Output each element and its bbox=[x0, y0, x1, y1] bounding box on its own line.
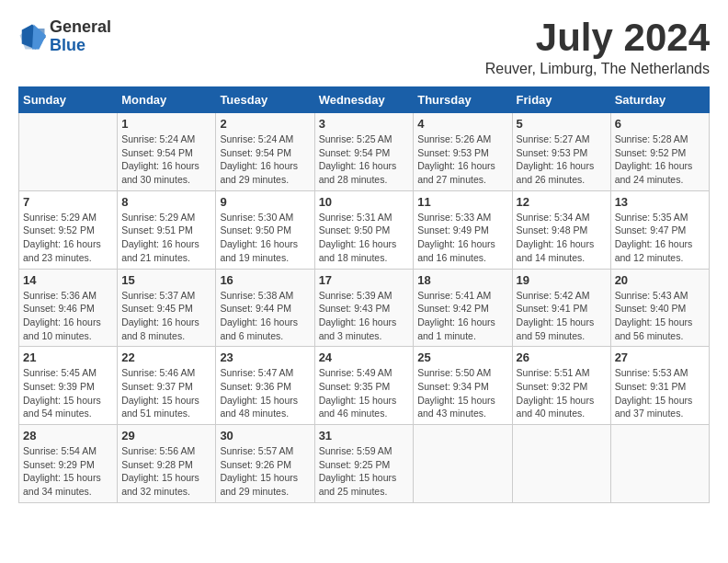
cell-text: Sunrise: 5:57 AM Sunset: 9:26 PM Dayligh… bbox=[220, 444, 310, 499]
day-number: 13 bbox=[615, 195, 705, 209]
cell-text: Sunrise: 5:51 AM Sunset: 9:32 PM Dayligh… bbox=[517, 366, 607, 420]
day-number: 21 bbox=[23, 350, 113, 364]
cell-text: Sunrise: 5:37 AM Sunset: 9:45 PM Dayligh… bbox=[121, 289, 211, 343]
cell-text: Sunrise: 5:46 AM Sunset: 9:37 PM Dayligh… bbox=[121, 366, 211, 420]
calendar-table: SundayMondayTuesdayWednesdayThursdayFrid… bbox=[18, 86, 710, 503]
day-number: 11 bbox=[417, 195, 507, 209]
column-header-friday: Friday bbox=[512, 87, 610, 113]
day-number: 3 bbox=[319, 117, 410, 131]
calendar-cell: 17Sunrise: 5:39 AM Sunset: 9:43 PM Dayli… bbox=[314, 269, 414, 347]
calendar-cell: 2Sunrise: 5:24 AM Sunset: 9:54 PM Daylig… bbox=[216, 113, 314, 191]
cell-text: Sunrise: 5:26 AM Sunset: 9:53 PM Dayligh… bbox=[417, 132, 507, 187]
calendar-cell: 24Sunrise: 5:49 AM Sunset: 9:35 PM Dayli… bbox=[314, 347, 414, 425]
column-header-thursday: Thursday bbox=[414, 87, 512, 113]
calendar-week-1: 1Sunrise: 5:24 AM Sunset: 9:54 PM Daylig… bbox=[19, 113, 710, 191]
day-number: 23 bbox=[220, 350, 310, 364]
calendar-cell: 23Sunrise: 5:47 AM Sunset: 9:36 PM Dayli… bbox=[216, 347, 314, 425]
calendar-cell: 28Sunrise: 5:54 AM Sunset: 9:29 PM Dayli… bbox=[19, 425, 118, 503]
day-number: 8 bbox=[121, 195, 211, 209]
cell-text: Sunrise: 5:38 AM Sunset: 9:44 PM Dayligh… bbox=[220, 289, 310, 343]
cell-text: Sunrise: 5:41 AM Sunset: 9:42 PM Dayligh… bbox=[417, 289, 507, 343]
column-header-wednesday: Wednesday bbox=[314, 87, 414, 113]
day-number: 2 bbox=[220, 117, 310, 131]
cell-text: Sunrise: 5:33 AM Sunset: 9:49 PM Dayligh… bbox=[417, 211, 507, 265]
cell-text: Sunrise: 5:35 AM Sunset: 9:47 PM Dayligh… bbox=[615, 211, 705, 265]
calendar-cell: 14Sunrise: 5:36 AM Sunset: 9:46 PM Dayli… bbox=[19, 269, 118, 347]
calendar-cell: 27Sunrise: 5:53 AM Sunset: 9:31 PM Dayli… bbox=[610, 347, 709, 425]
cell-text: Sunrise: 5:31 AM Sunset: 9:50 PM Dayligh… bbox=[319, 211, 410, 265]
cell-text: Sunrise: 5:25 AM Sunset: 9:54 PM Dayligh… bbox=[319, 132, 410, 187]
location-title: Reuver, Limburg, The Netherlands bbox=[485, 61, 710, 77]
day-number: 22 bbox=[121, 350, 211, 364]
day-number: 6 bbox=[615, 117, 705, 131]
calendar-cell bbox=[19, 113, 118, 191]
calendar-cell: 12Sunrise: 5:34 AM Sunset: 9:48 PM Dayli… bbox=[512, 190, 610, 269]
day-number: 29 bbox=[121, 429, 211, 442]
column-header-sunday: Sunday bbox=[19, 87, 118, 113]
calendar-cell: 5Sunrise: 5:27 AM Sunset: 9:53 PM Daylig… bbox=[512, 113, 610, 191]
day-number: 20 bbox=[615, 273, 705, 287]
calendar-cell: 19Sunrise: 5:42 AM Sunset: 9:41 PM Dayli… bbox=[512, 269, 610, 347]
calendar-cell: 1Sunrise: 5:24 AM Sunset: 9:54 PM Daylig… bbox=[118, 113, 216, 191]
logo-blue-text: Blue bbox=[50, 37, 111, 55]
day-number: 9 bbox=[220, 195, 310, 209]
cell-text: Sunrise: 5:59 AM Sunset: 9:25 PM Dayligh… bbox=[319, 444, 410, 499]
cell-text: Sunrise: 5:36 AM Sunset: 9:46 PM Dayligh… bbox=[23, 289, 113, 343]
calendar-cell: 21Sunrise: 5:45 AM Sunset: 9:39 PM Dayli… bbox=[19, 347, 118, 425]
day-number: 12 bbox=[517, 195, 607, 209]
logo-text: General Blue bbox=[50, 18, 111, 55]
day-number: 1 bbox=[121, 117, 211, 131]
calendar-week-2: 7Sunrise: 5:29 AM Sunset: 9:52 PM Daylig… bbox=[19, 190, 710, 269]
calendar-cell: 29Sunrise: 5:56 AM Sunset: 9:28 PM Dayli… bbox=[118, 425, 216, 503]
month-title: July 2024 bbox=[485, 18, 710, 57]
column-header-monday: Monday bbox=[118, 87, 216, 113]
calendar-header-row: SundayMondayTuesdayWednesdayThursdayFrid… bbox=[19, 87, 710, 113]
day-number: 17 bbox=[319, 273, 410, 287]
day-number: 28 bbox=[23, 429, 113, 442]
day-number: 26 bbox=[517, 350, 607, 364]
day-number: 25 bbox=[417, 350, 507, 364]
day-number: 10 bbox=[319, 195, 410, 209]
day-number: 19 bbox=[517, 273, 607, 287]
cell-text: Sunrise: 5:29 AM Sunset: 9:51 PM Dayligh… bbox=[121, 211, 211, 265]
cell-text: Sunrise: 5:47 AM Sunset: 9:36 PM Dayligh… bbox=[220, 366, 310, 420]
day-number: 30 bbox=[220, 429, 310, 442]
calendar-cell bbox=[512, 425, 610, 503]
cell-text: Sunrise: 5:54 AM Sunset: 9:29 PM Dayligh… bbox=[23, 444, 113, 499]
cell-text: Sunrise: 5:39 AM Sunset: 9:43 PM Dayligh… bbox=[319, 289, 410, 343]
day-number: 4 bbox=[417, 117, 507, 131]
day-number: 27 bbox=[615, 350, 705, 364]
day-number: 24 bbox=[319, 350, 410, 364]
calendar-cell: 11Sunrise: 5:33 AM Sunset: 9:49 PM Dayli… bbox=[414, 190, 512, 269]
day-number: 7 bbox=[23, 195, 113, 209]
calendar-week-4: 21Sunrise: 5:45 AM Sunset: 9:39 PM Dayli… bbox=[19, 347, 710, 425]
cell-text: Sunrise: 5:49 AM Sunset: 9:35 PM Dayligh… bbox=[319, 366, 410, 420]
cell-text: Sunrise: 5:27 AM Sunset: 9:53 PM Dayligh… bbox=[517, 132, 607, 187]
calendar-cell: 13Sunrise: 5:35 AM Sunset: 9:47 PM Dayli… bbox=[610, 190, 709, 269]
cell-text: Sunrise: 5:53 AM Sunset: 9:31 PM Dayligh… bbox=[615, 366, 705, 420]
logo: General Blue bbox=[18, 18, 111, 55]
column-header-tuesday: Tuesday bbox=[216, 87, 314, 113]
cell-text: Sunrise: 5:43 AM Sunset: 9:40 PM Dayligh… bbox=[615, 289, 705, 343]
calendar-cell: 26Sunrise: 5:51 AM Sunset: 9:32 PM Dayli… bbox=[512, 347, 610, 425]
calendar-cell: 7Sunrise: 5:29 AM Sunset: 9:52 PM Daylig… bbox=[19, 190, 118, 269]
cell-text: Sunrise: 5:24 AM Sunset: 9:54 PM Dayligh… bbox=[121, 132, 211, 187]
calendar-cell: 16Sunrise: 5:38 AM Sunset: 9:44 PM Dayli… bbox=[216, 269, 314, 347]
day-number: 5 bbox=[517, 117, 607, 131]
title-section: July 2024 Reuver, Limburg, The Netherlan… bbox=[485, 18, 710, 77]
svg-marker-4 bbox=[32, 24, 46, 49]
calendar-week-3: 14Sunrise: 5:36 AM Sunset: 9:46 PM Dayli… bbox=[19, 269, 710, 347]
cell-text: Sunrise: 5:45 AM Sunset: 9:39 PM Dayligh… bbox=[23, 366, 113, 420]
day-number: 31 bbox=[319, 429, 410, 442]
column-header-saturday: Saturday bbox=[610, 87, 709, 113]
cell-text: Sunrise: 5:24 AM Sunset: 9:54 PM Dayligh… bbox=[220, 132, 310, 187]
calendar-cell: 9Sunrise: 5:30 AM Sunset: 9:50 PM Daylig… bbox=[216, 190, 314, 269]
calendar-cell: 20Sunrise: 5:43 AM Sunset: 9:40 PM Dayli… bbox=[610, 269, 709, 347]
calendar-cell: 18Sunrise: 5:41 AM Sunset: 9:42 PM Dayli… bbox=[414, 269, 512, 347]
calendar-cell: 6Sunrise: 5:28 AM Sunset: 9:52 PM Daylig… bbox=[610, 113, 709, 191]
calendar-cell: 8Sunrise: 5:29 AM Sunset: 9:51 PM Daylig… bbox=[118, 190, 216, 269]
calendar-cell: 25Sunrise: 5:50 AM Sunset: 9:34 PM Dayli… bbox=[414, 347, 512, 425]
cell-text: Sunrise: 5:56 AM Sunset: 9:28 PM Dayligh… bbox=[121, 444, 211, 499]
calendar-cell: 15Sunrise: 5:37 AM Sunset: 9:45 PM Dayli… bbox=[118, 269, 216, 347]
day-number: 18 bbox=[417, 273, 507, 287]
